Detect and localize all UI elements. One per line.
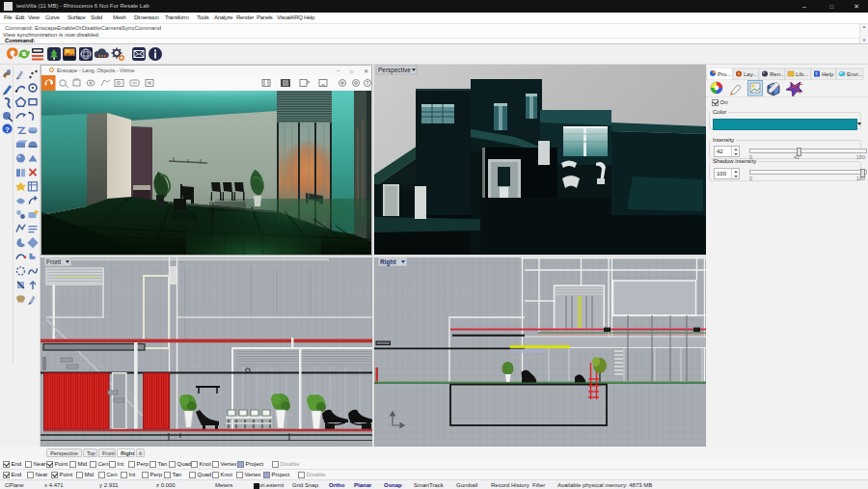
svg-text:Lay...: Lay... [744, 71, 758, 77]
svg-text:Help: Help [822, 71, 834, 77]
svg-text:?: ? [5, 125, 10, 134]
svg-text:Perspective: Perspective [378, 67, 411, 74]
svg-text:Envi...: Envi... [847, 71, 863, 77]
svg-text:?: ? [815, 71, 818, 77]
svg-text:Right: Right [380, 258, 396, 266]
svg-text:Lib...: Lib... [796, 71, 808, 77]
svg-text:Ren...: Ren... [770, 71, 785, 77]
svg-text:Pro...: Pro... [718, 71, 732, 77]
svg-text:Front: Front [46, 258, 61, 265]
